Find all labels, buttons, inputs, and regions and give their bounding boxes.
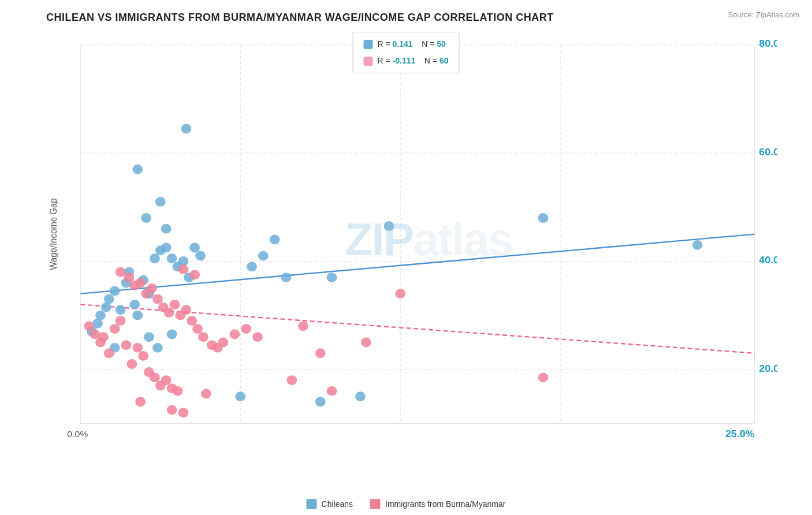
svg-point-65 (104, 348, 114, 358)
svg-point-35 (167, 253, 177, 263)
legend-row-pink: R = -0.111 N = 60 (364, 54, 449, 68)
svg-point-51 (258, 251, 269, 261)
chileans-swatch (307, 499, 317, 509)
svg-text:Wage/Income Gap: Wage/Income Gap (48, 198, 58, 270)
svg-point-110 (286, 375, 297, 385)
svg-point-97 (241, 324, 251, 334)
bottom-legend: Chileans Immigrants from Burma/Myanmar (307, 499, 506, 509)
svg-text:20.0%: 20.0% (759, 363, 777, 374)
immigrants-label: Immigrants from Burma/Myanmar (385, 499, 505, 509)
svg-point-89 (181, 305, 191, 315)
chart-title: CHILEAN VS IMMIGRANTS FROM BURMA/MYANMAR… (12, 12, 800, 24)
svg-point-24 (110, 286, 120, 296)
svg-point-25 (116, 305, 126, 315)
svg-point-68 (121, 340, 132, 350)
svg-point-53 (327, 273, 337, 282)
svg-point-47 (141, 213, 151, 223)
svg-point-29 (132, 311, 143, 320)
legend-swatch-blue (364, 40, 373, 49)
svg-text:80.0%: 80.0% (759, 38, 777, 49)
svg-point-73 (150, 372, 160, 382)
svg-point-81 (135, 278, 146, 288)
legend-chileans: Chileans (307, 499, 353, 509)
svg-point-46 (155, 197, 166, 207)
svg-point-34 (161, 243, 172, 253)
svg-point-111 (327, 386, 337, 396)
svg-text:40.0%: 40.0% (759, 255, 777, 266)
legend-swatch-pink (364, 57, 373, 66)
svg-point-90 (187, 316, 197, 326)
svg-point-92 (198, 332, 208, 342)
svg-point-84 (152, 294, 163, 304)
svg-point-21 (95, 311, 106, 320)
svg-point-28 (129, 300, 140, 309)
svg-point-102 (395, 289, 405, 298)
svg-point-103 (538, 372, 549, 382)
svg-point-52 (247, 262, 257, 271)
svg-point-105 (189, 270, 200, 279)
svg-point-91 (192, 324, 203, 334)
svg-point-104 (178, 264, 188, 274)
svg-text:60.0%: 60.0% (759, 146, 777, 157)
svg-point-59 (355, 391, 366, 401)
chart-area: ZIPatlas 80.0% 60.0 (46, 34, 777, 445)
svg-point-87 (170, 300, 180, 309)
svg-point-86 (164, 308, 174, 318)
svg-point-43 (167, 330, 177, 339)
svg-point-61 (84, 321, 94, 331)
svg-point-79 (124, 273, 135, 282)
svg-point-49 (270, 235, 280, 245)
svg-point-42 (152, 343, 163, 353)
svg-point-108 (178, 408, 188, 417)
svg-point-58 (315, 397, 326, 407)
svg-point-99 (298, 321, 308, 331)
svg-point-100 (315, 348, 326, 358)
svg-point-83 (147, 283, 157, 293)
svg-point-67 (116, 316, 126, 326)
svg-point-57 (235, 391, 245, 401)
svg-point-107 (167, 405, 177, 415)
svg-point-55 (538, 213, 549, 223)
svg-point-69 (126, 359, 137, 369)
svg-point-45 (181, 124, 191, 134)
legend-immigrants: Immigrants from Burma/Myanmar (370, 499, 505, 509)
svg-point-48 (161, 224, 172, 234)
legend-r-blue: R = 0.141 N = 50 (378, 37, 446, 51)
svg-point-56 (692, 240, 703, 250)
chileans-label: Chileans (322, 499, 353, 509)
svg-point-50 (281, 273, 292, 282)
svg-point-44 (132, 165, 143, 174)
svg-text:0.0%: 0.0% (67, 429, 88, 439)
svg-point-78 (116, 267, 126, 277)
svg-point-96 (229, 330, 240, 339)
svg-point-106 (135, 397, 146, 407)
source-label: Source: ZipAtlas.com (728, 10, 799, 19)
svg-point-66 (110, 324, 120, 334)
legend-box: R = 0.141 N = 50 R = -0.111 N = 60 (353, 32, 460, 73)
svg-point-71 (138, 351, 148, 361)
immigrants-swatch (370, 499, 381, 509)
svg-point-54 (384, 221, 394, 231)
svg-point-39 (189, 243, 200, 253)
svg-point-75 (161, 375, 172, 385)
svg-point-64 (98, 332, 109, 342)
svg-point-101 (361, 338, 371, 348)
svg-point-70 (132, 343, 143, 353)
svg-point-95 (218, 338, 229, 348)
legend-r-pink: R = -0.111 N = 60 (378, 54, 449, 68)
svg-point-77 (173, 386, 183, 396)
svg-point-41 (144, 332, 154, 342)
svg-point-23 (104, 294, 114, 304)
legend-row-blue: R = 0.141 N = 50 (364, 37, 449, 51)
svg-point-32 (150, 253, 160, 263)
svg-point-40 (195, 251, 206, 261)
scatter-chart: 80.0% 60.0% 40.0% 20.0% 0.0% 25.0% Wage/… (46, 34, 777, 445)
svg-point-98 (252, 332, 263, 342)
svg-point-109 (201, 389, 211, 399)
svg-text:25.0%: 25.0% (725, 428, 754, 439)
chart-container: CHILEAN VS IMMIGRANTS FROM BURMA/MYANMAR… (0, 0, 812, 515)
